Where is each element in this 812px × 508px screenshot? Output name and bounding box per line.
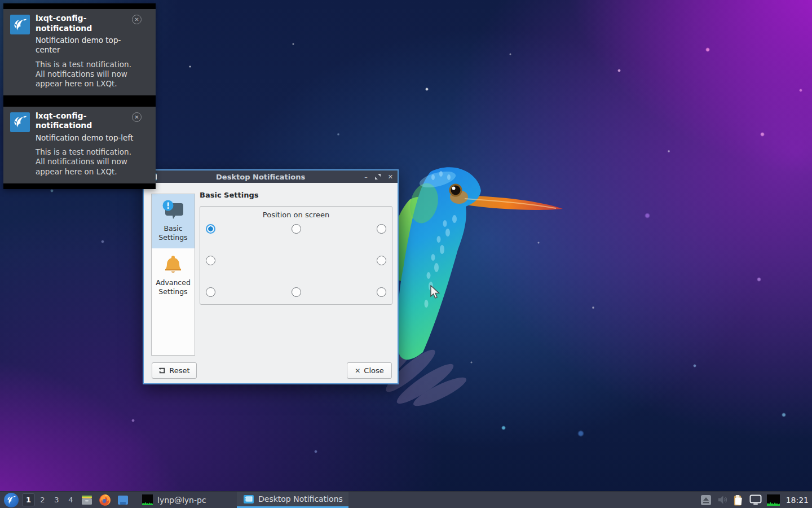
task-label: lynp@lyn-pc: [157, 496, 206, 505]
radio-position-bottom-right[interactable]: [377, 287, 386, 297]
notification-close-icon[interactable]: ✕: [132, 15, 142, 24]
notification-bubble-icon: [161, 199, 186, 221]
clock[interactable]: 18:21: [786, 496, 809, 505]
bell-icon: [161, 253, 186, 275]
notification-body: This is a test notification. All notific…: [36, 60, 142, 89]
notification-top-left: lxqt-config-notificationd ✕ Notification…: [3, 101, 156, 189]
radio-position-bottom-center[interactable]: [292, 287, 301, 297]
bird-eye: [450, 185, 461, 196]
sidebar-item-advanced-settings[interactable]: Advanced Settings: [152, 248, 195, 303]
workspace-3-button[interactable]: 3: [50, 493, 63, 506]
notification-top-bar: [3, 101, 156, 107]
close-icon[interactable]: ✕: [388, 174, 393, 180]
sidebar-item-basic-settings[interactable]: Basic Settings: [152, 194, 195, 248]
terminal-monitor-icon: [142, 494, 153, 505]
taskbar-task-terminal[interactable]: lynp@lyn-pc: [136, 492, 212, 508]
hummingbird-wallpaper: [370, 165, 573, 413]
radio-position-bottom-left[interactable]: [206, 287, 215, 297]
restore-icon[interactable]: [375, 174, 381, 179]
blue-app-launcher[interactable]: [116, 493, 130, 507]
notification-stack: lxqt-config-notificationd ✕ Notification…: [3, 3, 156, 189]
notification-close-icon[interactable]: ✕: [132, 112, 142, 122]
notification-body: This is a test notification. All notific…: [36, 147, 142, 176]
notification-bottom-bar: [3, 95, 156, 101]
radio-position-top-center[interactable]: [292, 224, 301, 234]
notification-summary: Notification demo top-left: [36, 133, 142, 143]
lxqt-app-icon: [10, 112, 30, 132]
settings-sidebar: Basic Settings Advanced Settings: [151, 194, 195, 356]
workspace-2-button[interactable]: 2: [36, 493, 49, 506]
clipboard-tray-icon[interactable]: [732, 494, 744, 506]
close-button[interactable]: ✕ Close: [347, 362, 392, 379]
notification-top-bar: [3, 3, 156, 9]
taskbar-task-desktop-notifications[interactable]: Desktop Notifications: [237, 492, 348, 508]
close-button-icon: ✕: [355, 367, 360, 375]
blue-app-icon: [116, 493, 130, 507]
file-manager-launcher[interactable]: [80, 493, 94, 507]
window-title: Desktop Notifications: [157, 173, 364, 181]
radio-position-middle-right[interactable]: [377, 256, 386, 265]
workspace-4-button[interactable]: 4: [64, 493, 77, 506]
notification-app-name: lxqt-config-notificationd: [36, 14, 129, 33]
resource-graph-tray-icon[interactable]: [767, 494, 780, 506]
desktop-notifications-window: Desktop Notifications – ✕ Basic Settings…: [143, 169, 399, 384]
reset-button-label: Reset: [169, 366, 189, 375]
minimize-icon[interactable]: –: [364, 174, 368, 180]
sidebar-item-label: Basic Settings: [153, 224, 193, 243]
notification-top-center: lxqt-config-notificationd ✕ Notification…: [3, 3, 156, 101]
radio-position-top-left[interactable]: [206, 224, 215, 234]
desktop: lxqt-config-notificationd ✕ Notification…: [0, 0, 812, 508]
firefox-icon: [98, 493, 112, 507]
lxqt-app-icon: [10, 15, 30, 34]
sidebar-item-label: Advanced Settings: [153, 278, 193, 297]
file-manager-icon: [80, 493, 94, 507]
removable-media-tray-icon[interactable]: [700, 494, 712, 506]
taskbar: 1 2 3 4: [0, 491, 812, 508]
firefox-launcher[interactable]: [98, 493, 112, 507]
position-grid: [206, 224, 386, 297]
workspace-1-button[interactable]: 1: [22, 493, 35, 506]
radio-position-top-right[interactable]: [377, 224, 386, 234]
groupbox-title: Position on screen: [200, 211, 392, 219]
lxqt-logo-icon: [6, 495, 16, 505]
task-label: Desktop Notifications: [258, 494, 343, 503]
close-button-label: Close: [364, 366, 383, 375]
position-on-screen-group: Position on screen: [200, 206, 392, 305]
titlebar[interactable]: Desktop Notifications – ✕: [144, 170, 398, 183]
radio-position-middle-left[interactable]: [206, 256, 215, 265]
lxqt-menu-button[interactable]: [4, 493, 19, 507]
monitor-tray-icon[interactable]: [749, 494, 762, 505]
notification-summary: Notification demo top-center: [36, 36, 142, 55]
reset-button[interactable]: Reset: [152, 362, 197, 379]
notification-app-name: lxqt-config-notificationd: [36, 111, 129, 131]
volume-tray-icon[interactable]: [717, 494, 727, 505]
reset-icon: [158, 367, 166, 374]
page-title: Basic Settings: [200, 191, 258, 199]
notification-bottom-bar: [3, 183, 156, 189]
notifications-app-icon: [244, 495, 254, 503]
